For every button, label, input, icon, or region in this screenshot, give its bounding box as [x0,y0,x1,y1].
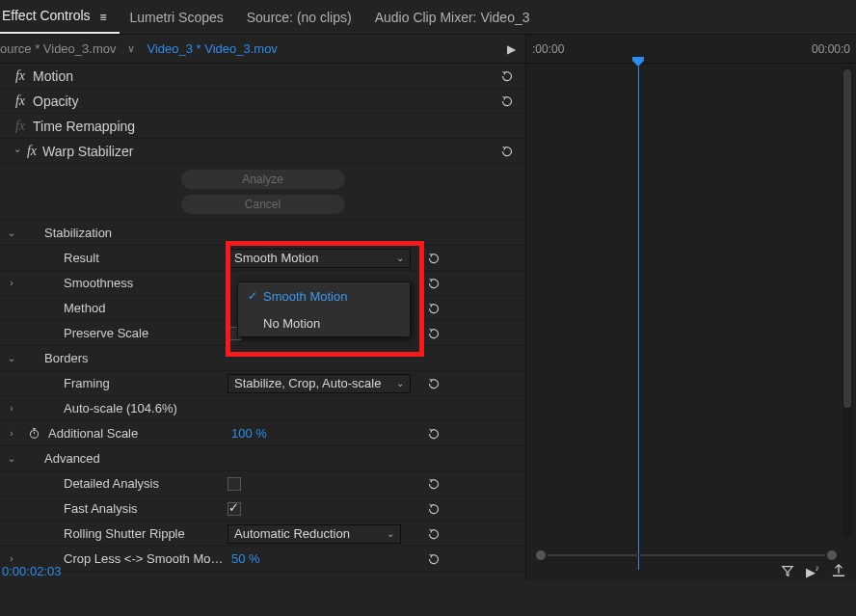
section-label: Borders [44,351,227,365]
chevron-down-icon[interactable]: ⌄ [0,453,23,464]
param-label: Auto-scale (104.6%) [44,401,227,415]
fast-analysis-checkbox[interactable] [227,502,241,516]
dropdown-value: Smooth Motion [234,251,318,265]
tab-effect-controls[interactable]: Effect Controls ≡ [0,0,120,33]
section-advanced[interactable]: ⌄ Advanced [0,446,525,471]
panel-menu-icon[interactable]: ≡ [99,11,106,24]
chevron-down-icon: ⌄ [396,378,404,388]
button-label: Analyze [242,173,283,186]
play-icon[interactable]: ▶ [507,42,516,56]
left-footer: 0:00:02:03 [0,549,525,580]
param-label: Additional Scale [44,426,227,441]
tab-label: Audio Clip Mixer: Video_3 [375,10,530,25]
reset-button[interactable] [420,502,447,516]
cancel-button[interactable]: Cancel [181,195,345,214]
dropdown-option-no-motion[interactable]: No Motion [238,309,410,336]
stopwatch-icon[interactable] [27,427,40,440]
reset-button[interactable] [498,69,516,83]
param-additional-scale: › Additional Scale 100 % [0,421,525,446]
rolling-shutter-dropdown[interactable]: Automatic Reduction ⌄ [227,524,401,544]
section-borders[interactable]: ⌄ Borders [0,346,525,371]
dropdown-option-smooth-motion[interactable]: ✓ Smooth Motion [238,282,410,309]
reset-button[interactable] [498,94,516,108]
effect-motion[interactable]: fx Motion [0,64,525,89]
chevron-down-icon: ⌄ [396,253,404,263]
param-label: Rolling Shutter Ripple [44,526,227,541]
effect-label: Opacity [33,94,78,109]
fx-badge-icon: fx [12,68,29,84]
chevron-right-icon[interactable]: › [0,403,23,414]
sequence-clip-label[interactable]: Video_3 * Video_3.mov [141,41,282,56]
tab-source[interactable]: Source: (no clips) [245,2,365,33]
section-stabilization[interactable]: ⌄ Stabilization [0,221,525,246]
chevron-right-icon[interactable]: › [0,278,23,288]
param-result: Result Smooth Motion ⌄ [0,246,525,271]
effect-label: Motion [33,68,73,84]
chevron-down-icon[interactable]: ⌄ [0,353,23,363]
reset-button[interactable] [420,377,447,390]
reset-button[interactable] [420,302,447,315]
twirl-open-icon[interactable]: › [13,146,23,157]
export-icon[interactable] [831,564,846,580]
dropdown-value: Stabilize, Crop, Auto-scale [234,376,381,390]
param-label: Fast Analysis [44,501,227,516]
tab-audio-clip-mixer[interactable]: Audio Clip Mixer: Video_3 [373,2,544,33]
effect-controls-panel: ource * Video_3.mov ∨ Video_3 * Video_3.… [0,35,526,580]
zoom-scrollbar[interactable] [534,549,839,561]
zoom-handle-left[interactable] [536,550,546,560]
time-ruler[interactable]: :00:00 00:00:0 [526,35,856,64]
chevron-down-icon: ⌄ [387,528,394,539]
reset-button[interactable] [420,277,447,290]
analyze-button[interactable]: Analyze [181,170,345,189]
effect-opacity[interactable]: fx Opacity [0,89,525,114]
param-label: Detailed Analysis [44,476,227,491]
param-label: Smoothness [44,276,227,290]
param-label: Framing [44,376,227,390]
reset-button[interactable] [420,252,447,265]
zoom-handle-right[interactable] [827,550,837,560]
current-timecode[interactable]: 0:00:02:03 [0,564,61,578]
effect-time-remapping[interactable]: fx Time Remapping [0,114,525,139]
param-auto-scale: › Auto-scale (104.6%) [0,396,525,421]
reset-button[interactable] [420,477,447,491]
check-icon: ✓ [248,289,263,303]
param-label: Method [44,301,227,315]
main-area: ource * Video_3.mov ∨ Video_3 * Video_3.… [0,35,856,580]
button-label: Cancel [245,198,281,211]
scrollbar-thumb[interactable] [843,69,851,408]
option-label: Smooth Motion [263,289,347,304]
section-label: Advanced [44,451,227,466]
option-label: No Motion [263,316,320,331]
chevron-right-icon[interactable]: › [0,428,23,439]
effect-warp-stabilizer[interactable]: › fx Warp Stabilizer [0,139,525,164]
play-only-icon[interactable]: ▶♪ [806,565,820,579]
tab-label: Lumetri Scopes [129,10,223,25]
result-dropdown[interactable]: Smooth Motion ⌄ [227,249,411,268]
reset-button[interactable] [420,327,447,340]
vertical-scrollbar[interactable] [843,67,852,538]
filter-icon[interactable] [781,564,794,580]
param-detailed-analysis: Detailed Analysis [0,471,525,496]
detailed-analysis-checkbox[interactable] [227,477,241,491]
fx-badge-icon: fx [12,119,29,134]
tab-lumetri-scopes[interactable]: Lumetri Scopes [127,2,236,33]
chevron-down-icon[interactable]: ∨ [127,42,135,55]
chevron-down-icon[interactable]: ⌄ [0,228,23,238]
analyze-buttons: Analyze Cancel [0,164,525,221]
framing-dropdown[interactable]: Stabilize, Crop, Auto-scale ⌄ [227,374,411,393]
reset-button[interactable] [420,527,447,541]
ruler-end-label: 00:00:0 [812,42,850,56]
timeline-panel: :00:00 00:00:0 ▶♪ [526,35,856,580]
param-framing: Framing Stabilize, Crop, Auto-scale ⌄ [0,371,525,396]
source-clip-row: ource * Video_3.mov ∨ Video_3 * Video_3.… [0,35,525,64]
right-footer: ▶♪ [526,563,856,580]
ruler-start-label: :00:00 [532,42,564,56]
tab-label: Effect Controls [2,8,91,23]
param-value[interactable]: 100 % [231,426,267,441]
panel-tabs: Effect Controls ≡ Lumetri Scopes Source:… [0,0,856,35]
reset-button[interactable] [498,145,516,158]
reset-button[interactable] [420,427,447,441]
fx-badge-icon: fx [12,94,29,109]
zoom-track[interactable] [548,554,825,556]
section-label: Stabilization [44,226,227,240]
